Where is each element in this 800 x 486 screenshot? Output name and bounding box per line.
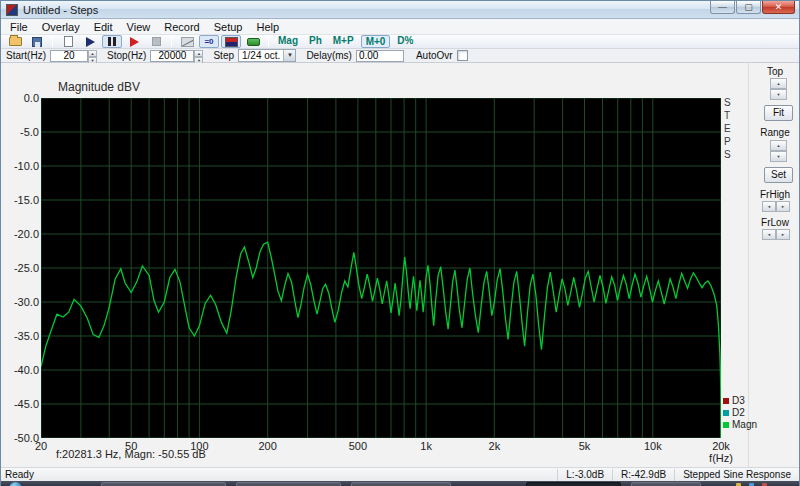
- pause-button[interactable]: [102, 35, 122, 48]
- taskbar-item-active[interactable]: [526, 482, 621, 486]
- steps-side-letter: S: [724, 96, 736, 109]
- menu-view[interactable]: View: [120, 20, 158, 34]
- stop-icon: [152, 37, 161, 46]
- new-file-icon: [64, 36, 73, 47]
- steps-side-letter: S: [724, 148, 736, 161]
- set-button[interactable]: Set: [764, 167, 793, 183]
- x-tick-label: 1k: [420, 440, 432, 452]
- frlow-spinner[interactable]: ◄►: [762, 229, 790, 240]
- open-file-icon: [9, 37, 22, 46]
- top-label: Top: [751, 66, 799, 77]
- status-right-level: R:-42.9dB: [612, 469, 674, 481]
- magnitude-graph[interactable]: [41, 98, 721, 438]
- stop-button[interactable]: [146, 35, 166, 48]
- status-mode: Stepped Sine Response: [674, 469, 799, 481]
- level-zero-button[interactable]: =0: [199, 35, 219, 48]
- taskbar-item[interactable]: [236, 482, 341, 486]
- series-magn: [41, 242, 721, 438]
- title-bar[interactable]: Untitled - Steps — ▢ ✕: [1, 1, 799, 19]
- toolbar-separator: [171, 36, 172, 47]
- taskbar-item[interactable]: [101, 482, 226, 486]
- menu-overlay[interactable]: Overlay: [35, 20, 87, 34]
- fit-button[interactable]: Fit: [764, 105, 793, 121]
- overlay-flag-button[interactable]: [80, 35, 100, 48]
- y-tick-label: -45.0: [3, 398, 39, 410]
- menu-record[interactable]: Record: [157, 20, 206, 34]
- play-icon: [130, 37, 139, 47]
- minimize-button[interactable]: —: [710, 1, 735, 14]
- mode-button-d[interactable]: D%: [393, 35, 417, 48]
- y-tick-label: -35.0: [3, 330, 39, 342]
- start-hz-input[interactable]: [50, 50, 88, 62]
- mode-button-ph[interactable]: Ph: [305, 35, 326, 48]
- top-spinner[interactable]: ▲▼: [770, 78, 787, 100]
- taskbar-item[interactable]: [631, 482, 701, 486]
- menu-bar: FileOverlayEditViewRecordSetupHelp: [1, 19, 799, 35]
- status-left-level: L:-3.0dB: [557, 469, 612, 481]
- frlow-label: FrLow: [751, 217, 799, 228]
- generator-off-button[interactable]: [177, 35, 197, 48]
- x-tick-label: 5k: [579, 440, 591, 452]
- spectrum-button[interactable]: [221, 35, 241, 48]
- start-hz-spinner[interactable]: ▲▼: [88, 50, 97, 62]
- step-value: 1/24 oct.: [239, 50, 283, 61]
- signal-led-button[interactable]: [243, 35, 263, 48]
- stop-hz-label: Stop(Hz): [107, 50, 146, 61]
- y-tick-label: -15.0: [3, 194, 39, 206]
- open-file-button[interactable]: [5, 35, 25, 48]
- autoovr-label: AutoOvr: [416, 50, 453, 61]
- mode-button-mp[interactable]: M+P: [329, 35, 358, 48]
- y-tick-label: -10.0: [3, 160, 39, 172]
- y-tick-label: -25.0: [3, 262, 39, 274]
- menu-help[interactable]: Help: [249, 20, 286, 34]
- steps-side-letter: T: [724, 109, 736, 122]
- save-file-icon: [32, 37, 42, 47]
- frhigh-spinner[interactable]: ◄►: [762, 201, 790, 212]
- x-tick-label: 20k: [712, 440, 730, 452]
- x-tick-label: 200: [258, 440, 276, 452]
- app-icon: [6, 4, 18, 16]
- mode-button-mag[interactable]: Mag: [274, 35, 302, 48]
- range-label: Range: [751, 127, 799, 138]
- y-tick-label: -40.0: [3, 364, 39, 376]
- y-tick-label: -50.0: [3, 432, 39, 444]
- panel-divider: [748, 63, 749, 467]
- steps-side-letter: E: [724, 122, 736, 135]
- frhigh-label: FrHigh: [751, 189, 799, 200]
- menu-edit[interactable]: Edit: [87, 20, 120, 34]
- save-file-button[interactable]: [27, 35, 47, 48]
- step-select[interactable]: 1/24 oct. ▼: [238, 49, 296, 62]
- legend-swatch-icon: [723, 398, 729, 404]
- delay-input[interactable]: [356, 50, 404, 62]
- menu-setup[interactable]: Setup: [207, 20, 250, 34]
- x-tick-label: 10k: [644, 440, 662, 452]
- y-tick-label: -20.0: [3, 228, 39, 240]
- y-tick-label: 0.0: [3, 92, 39, 104]
- maximize-button[interactable]: ▢: [736, 1, 761, 14]
- overlay-flag-icon: [86, 37, 95, 47]
- delay-label: Delay(ms): [306, 50, 352, 61]
- start-hz-label: Start(Hz): [6, 50, 46, 61]
- legend-item-d2: D2: [723, 407, 745, 418]
- windows-taskbar-sliver[interactable]: [1, 481, 799, 486]
- steps-side-letter: P: [724, 135, 736, 148]
- legend-label: D2: [732, 407, 745, 418]
- step-label: Step: [213, 50, 234, 61]
- spectrum-icon: [225, 37, 238, 47]
- range-spinner[interactable]: ▲▼: [770, 140, 787, 162]
- cursor-readout: f:20281.3 Hz, Magn: -50.55 dB: [56, 448, 206, 460]
- mode-button-m0[interactable]: M+0: [361, 35, 391, 48]
- start-orb-icon[interactable]: [9, 482, 22, 486]
- autoovr-checkbox[interactable]: [457, 50, 468, 61]
- status-ready: Ready: [1, 469, 557, 480]
- record-play-button[interactable]: [124, 35, 144, 48]
- legend-label: Magn: [732, 419, 757, 430]
- new-file-button[interactable]: [58, 35, 78, 48]
- menu-file[interactable]: File: [3, 20, 35, 34]
- stop-hz-input[interactable]: [150, 50, 194, 62]
- pause-icon: [108, 37, 116, 46]
- taskbar-item[interactable]: [351, 482, 451, 486]
- close-button[interactable]: ✕: [762, 1, 795, 14]
- plot-title: Magnitude dBV: [58, 80, 140, 94]
- stop-hz-spinner[interactable]: ▲▼: [194, 50, 203, 62]
